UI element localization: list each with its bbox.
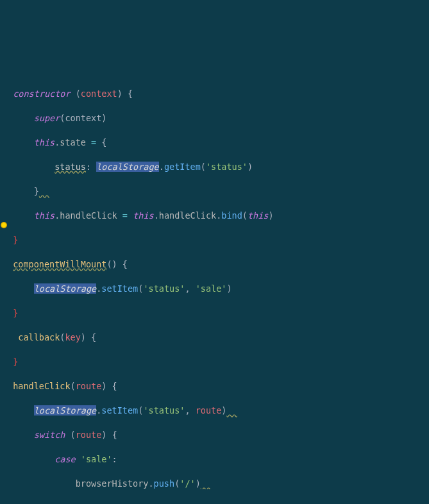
code-line: componentWillMount() { — [0, 258, 429, 271]
code-line: constructor (context) { — [0, 88, 429, 100]
code-line: status: localStorage.getItem('status') — [0, 161, 429, 173]
code-line: } — [0, 234, 429, 246]
code-line: this.state = { — [0, 137, 429, 149]
code-line: super(context) — [0, 112, 429, 124]
code-line: browserHistory.push('/') — [0, 478, 429, 490]
code-line: } — [0, 185, 429, 197]
code-line: switch (route) { — [0, 429, 429, 441]
method-componentwillmount: componentWillMount — [13, 259, 106, 269]
code-line: case 'sale': — [0, 453, 429, 466]
code-line: handleClick(route) { — [0, 380, 429, 392]
code-line: this.handleClick = this.handleClick.bind… — [0, 210, 429, 222]
code-line: callback(key) { — [0, 332, 429, 344]
highlighted-localstorage: localStorage — [34, 283, 97, 294]
highlighted-localstorage: localStorage — [34, 405, 97, 416]
code-line: localStorage.setItem('status', 'sale') — [0, 283, 429, 295]
code-line: localStorage.setItem('status', route) — [0, 405, 429, 417]
code-editor[interactable]: constructor (context) { super(context) t… — [0, 73, 429, 504]
method-callback: callback — [18, 332, 60, 342]
highlighted-localstorage: localStorage — [96, 162, 159, 172]
lightbulb-icon — [1, 222, 7, 228]
code-line: } — [0, 356, 429, 368]
keyword-constructor: constructor — [13, 88, 70, 99]
method-handleclick: handleClick — [13, 381, 70, 391]
code-line: } — [0, 307, 429, 319]
intention-bulb-icon[interactable] — [1, 222, 7, 228]
